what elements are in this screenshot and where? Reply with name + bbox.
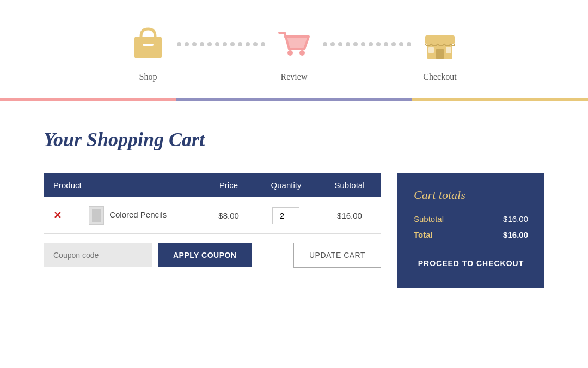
svg-rect-8 [446, 47, 451, 53]
remove-cell: ✕ [44, 197, 79, 234]
svg-point-2 [287, 50, 293, 56]
bag-icon [126, 22, 170, 65]
cart-table-body: ✕ Colored Pencils $8.00 $16.00 [44, 197, 381, 234]
cart-table-header-row: Product Price Quantity Subtotal [44, 173, 381, 197]
subtotal-row: Subtotal $16.00 [414, 214, 528, 224]
svg-rect-1 [143, 44, 154, 46]
store-icon [418, 22, 462, 65]
step-shop[interactable]: Shop [126, 22, 170, 82]
cart-table-head: Product Price Quantity Subtotal [44, 173, 381, 197]
cart-totals-title: Cart totals [414, 188, 528, 202]
subtotal-label: Subtotal [414, 214, 444, 224]
table-row: ✕ Colored Pencils $8.00 $16.00 [44, 197, 381, 234]
quantity-input[interactable] [272, 207, 299, 224]
cart-table: Product Price Quantity Subtotal ✕ Colore… [44, 173, 381, 234]
product-name: Colored Pencils [109, 210, 167, 219]
svg-point-3 [299, 50, 305, 56]
product-cell: Colored Pencils [79, 197, 203, 234]
cart-icon [272, 22, 316, 65]
dots-2 [316, 42, 418, 62]
price-cell: $8.00 [203, 197, 254, 234]
main-content: Your Shopping Cart Product Price Quantit… [0, 101, 588, 310]
col-price: Price [203, 173, 254, 197]
update-cart-button[interactable]: UPDATE CART [293, 243, 381, 268]
svg-rect-5 [425, 35, 455, 44]
coupon-input[interactable] [44, 243, 152, 267]
proceed-to-checkout-button[interactable]: PROCEED TO CHECKOUT [414, 255, 528, 272]
total-value: $16.00 [503, 230, 528, 239]
step-checkout[interactable]: Checkout [418, 22, 462, 82]
cart-layout: Product Price Quantity Subtotal ✕ Colore… [44, 173, 544, 288]
progress-gold [412, 98, 588, 101]
cart-actions: APPLY COUPON UPDATE CART [44, 243, 381, 268]
step-checkout-label: Checkout [423, 72, 456, 82]
apply-coupon-button[interactable]: APPLY COUPON [158, 243, 252, 267]
remove-item-icon[interactable]: ✕ [53, 210, 62, 221]
svg-rect-6 [436, 49, 444, 59]
checkout-steps: Shop Review [0, 0, 588, 98]
progress-pink [0, 98, 176, 101]
total-label: Total [414, 230, 433, 239]
cart-totals-panel: Cart totals Subtotal $16.00 Total $16.00… [397, 173, 544, 288]
subtotal-cell: $16.00 [318, 197, 381, 234]
dots-1 [170, 42, 272, 62]
cart-title: Your Shopping Cart [44, 128, 544, 151]
svg-rect-7 [428, 47, 434, 53]
total-row: Total $16.00 [414, 230, 528, 239]
subtotal-value: $16.00 [503, 214, 528, 224]
progress-purple [176, 98, 412, 101]
cart-table-section: Product Price Quantity Subtotal ✕ Colore… [44, 173, 381, 268]
quantity-cell [254, 197, 318, 234]
progress-bar [0, 98, 588, 101]
col-product: Product [44, 173, 203, 197]
product-thumbnail [89, 206, 104, 225]
col-quantity: Quantity [254, 173, 318, 197]
col-subtotal: Subtotal [318, 173, 381, 197]
step-review[interactable]: Review [272, 22, 316, 82]
svg-rect-0 [134, 37, 162, 58]
step-review-label: Review [281, 72, 308, 82]
step-shop-label: Shop [139, 72, 157, 82]
